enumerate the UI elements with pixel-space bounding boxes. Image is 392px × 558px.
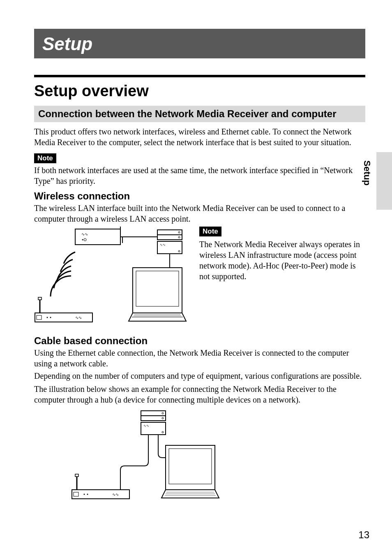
note-badge-2: Note	[199, 227, 221, 236]
svg-point-27	[50, 317, 51, 318]
wireless-diagram: ∿∿ ∿∿	[34, 227, 190, 325]
svg-rect-45	[75, 474, 78, 477]
svg-point-47	[84, 494, 85, 495]
cable-heading: Cable based connection	[34, 335, 369, 347]
subsection-title: Connection between the Network Media Rec…	[34, 106, 365, 122]
svg-rect-0	[75, 229, 120, 245]
page-number: 13	[358, 529, 369, 541]
chapter-title: Setup	[42, 34, 92, 54]
cable-diagram: ∿∿ ∿∿	[71, 408, 369, 503]
chapter-title-bar: Setup	[34, 29, 365, 58]
cable-body-3: The illustration below shows an example …	[34, 384, 365, 405]
wireless-heading: Wireless connection	[34, 190, 369, 202]
side-tab	[376, 152, 392, 210]
svg-text:∿∿: ∿∿	[75, 315, 82, 320]
note-1-body: If both network interfaces are used at t…	[34, 165, 365, 186]
svg-text:∿∿: ∿∿	[143, 424, 149, 428]
wireless-body: The wireless LAN interface built into th…	[34, 203, 365, 224]
section-rule	[34, 75, 365, 77]
cable-body-2: Depending on the number of computers and…	[34, 370, 365, 381]
svg-point-26	[47, 317, 48, 318]
svg-text:∿∿: ∿∿	[112, 492, 119, 497]
svg-rect-43	[72, 490, 129, 499]
note-2-body: The Network Media Receiver always operat…	[199, 239, 365, 282]
cable-body-1: Using the Ethernet cable connection, the…	[34, 347, 365, 369]
svg-point-48	[87, 494, 88, 495]
svg-rect-18	[136, 271, 179, 306]
note-badge-1: Note	[34, 153, 56, 163]
svg-text:∿∿: ∿∿	[160, 243, 166, 247]
svg-rect-22	[35, 313, 92, 322]
svg-text:∿∿: ∿∿	[81, 232, 88, 236]
svg-rect-39	[169, 449, 212, 484]
side-tab-label: Setup	[362, 160, 372, 185]
svg-rect-24	[38, 297, 42, 300]
svg-point-2	[82, 239, 83, 241]
section-title: Setup overview	[34, 82, 369, 100]
intro-paragraph: This product offers two network interfac…	[34, 126, 365, 148]
